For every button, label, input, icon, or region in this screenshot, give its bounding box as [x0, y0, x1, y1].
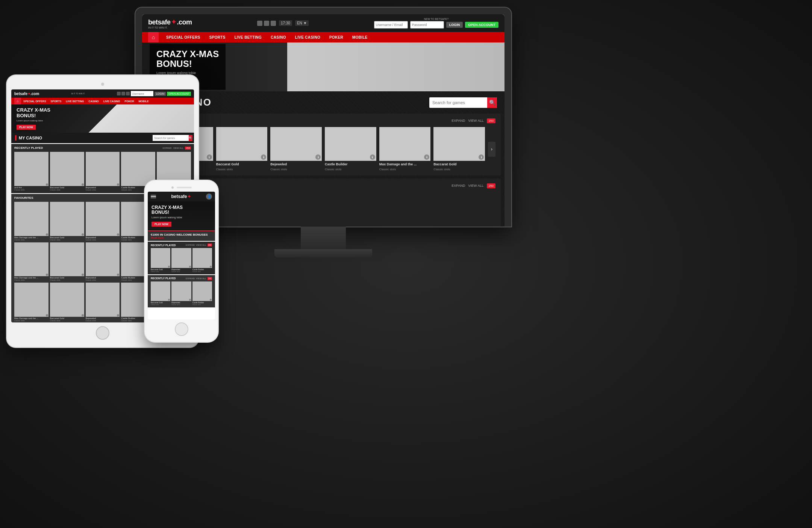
- tablet-game-thumb-1[interactable]: [50, 152, 84, 186]
- phone-game-thumb-1[interactable]: [171, 248, 191, 268]
- tablet-fav-thumb-2[interactable]: [86, 202, 120, 236]
- nav-poker[interactable]: POKER: [325, 32, 348, 42]
- tablet-nav-mobile[interactable]: MOBILE: [136, 100, 151, 103]
- tablet-fav-type-7: Classic slots: [86, 279, 120, 281]
- tablet-fav-thumb-10[interactable]: [14, 283, 48, 317]
- tablet-hero-subtitle: Lorem ipsum walong tobie: [17, 120, 50, 122]
- tablet-nav-casino[interactable]: CASINO: [86, 100, 101, 103]
- desktop-fav-view-all-link[interactable]: VIEW ALL: [468, 184, 484, 188]
- tablet-login-button[interactable]: LOGIN: [155, 92, 166, 96]
- tablet-view-all-link[interactable]: VIEW ALL: [173, 147, 183, 149]
- lang-selector[interactable]: EN ▼: [295, 20, 309, 26]
- game-info-icon-1[interactable]: ℹ: [261, 154, 266, 160]
- nav-mobile[interactable]: MOBILE: [348, 32, 372, 42]
- tablet-icon-3: [126, 92, 130, 95]
- phone-play-now-button[interactable]: PLAY NOW: [151, 222, 171, 227]
- tablet-logo: betsafe✦.com: [14, 92, 39, 96]
- game-info-icon-2[interactable]: ℹ: [315, 154, 321, 160]
- phone-speaker: [177, 187, 192, 188]
- tablet-fav-thumb-7[interactable]: [86, 242, 120, 277]
- tablet-fav-game-0: Max Damage and the ... Classic slots: [14, 202, 48, 241]
- tablet-fav-thumb-12[interactable]: [86, 283, 120, 317]
- game-type-2: Classic slots: [270, 168, 322, 171]
- game-info-icon-3[interactable]: ℹ: [370, 154, 375, 160]
- tablet-open-account-button[interactable]: OPEN ACCOUNT: [167, 92, 191, 96]
- tablet-search-input[interactable]: [153, 135, 189, 141]
- phone-read-more-link[interactable]: Read more: [151, 236, 212, 239]
- phone-view-all-link[interactable]: VIEW ALL: [196, 244, 206, 246]
- game-info-icon-5[interactable]: ℹ: [479, 154, 484, 160]
- tablet-nav-home[interactable]: ⌂: [14, 98, 21, 104]
- tablet-fav-thumb-1[interactable]: [50, 202, 84, 236]
- tablet-username-input[interactable]: [131, 91, 153, 96]
- tablet-expand-link[interactable]: EXPAND: [162, 147, 171, 149]
- hamburger-line-1: [151, 195, 156, 196]
- phone-hamburger-menu[interactable]: [151, 195, 156, 198]
- phone-s2-thumb-2[interactable]: [192, 281, 212, 301]
- desktop-expand-link[interactable]: EXPAND: [451, 119, 465, 123]
- phone-section-2-view-all[interactable]: VIEW ALL: [196, 277, 206, 280]
- tablet-fav-icon-5: [46, 274, 48, 276]
- game-info-icon-0[interactable]: ℹ: [207, 154, 212, 160]
- tablet-fav-thumb-5[interactable]: [14, 242, 48, 277]
- phone-section-2-expand[interactable]: EXPAND: [186, 277, 195, 280]
- game-name-1: Baccarat Gold: [216, 162, 268, 166]
- tablet-nav-sports[interactable]: SPORTS: [48, 100, 64, 103]
- phone-s2-icon-0: [168, 299, 170, 301]
- game-card-2: ℹ Bejeweled Classic slots: [270, 127, 322, 171]
- tablet-fav-thumb-0[interactable]: [14, 202, 48, 236]
- nav-sports[interactable]: SPORTS: [205, 32, 230, 42]
- tablet-home-button[interactable]: [96, 326, 109, 340]
- carousel-next-arrow[interactable]: ›: [488, 142, 495, 157]
- login-button[interactable]: LOGIN: [446, 22, 463, 28]
- game-thumb-1[interactable]: ℹ: [216, 127, 268, 161]
- phone-s2-thumb-0[interactable]: [151, 281, 170, 301]
- game-thumb-2[interactable]: ℹ: [270, 127, 322, 161]
- tablet-fav-type-10: Classic slots: [14, 319, 48, 322]
- tablet-fav-thumb-6[interactable]: [50, 242, 84, 277]
- phone-game-thumb-0[interactable]: [151, 248, 170, 268]
- tablet-count-badge: 250: [185, 147, 191, 150]
- tablet-nav-live-betting[interactable]: LIVE BETTING: [64, 100, 86, 103]
- phone-s2-icon-1: [189, 299, 191, 301]
- mail-icon: [271, 21, 276, 26]
- desktop-search-input[interactable]: [429, 100, 487, 105]
- game-thumb-4[interactable]: ℹ: [379, 127, 431, 161]
- phone-hero-title: CRAZY X-MAS BONUS!: [151, 205, 211, 215]
- logo-tagline: IN IT TO WIN IT.: [148, 26, 192, 29]
- tablet-game-2: Bejeweled Classic slots: [86, 152, 120, 191]
- tablet-fav-game-10: Max Damage and the ... Classic slots: [14, 283, 48, 322]
- nav-casino[interactable]: CASINO: [266, 32, 291, 42]
- phone-s2-thumb-1[interactable]: [171, 281, 191, 301]
- phone-user-icon[interactable]: 👤: [206, 194, 212, 200]
- tablet-fav-icon-0: [46, 233, 48, 236]
- phone-count-badge: 250: [208, 244, 212, 247]
- game-info-icon-4[interactable]: ℹ: [424, 154, 429, 160]
- desktop-search-button[interactable]: 🔍: [487, 97, 497, 108]
- phone-game-thumb-2[interactable]: [192, 248, 212, 268]
- game-thumb-5[interactable]: ℹ: [433, 127, 485, 161]
- username-input[interactable]: [374, 21, 408, 29]
- tablet-play-now-button[interactable]: PLAY NOW: [17, 125, 36, 130]
- tablet-game-thumb-2[interactable]: [86, 152, 120, 186]
- nav-live-casino[interactable]: LIVE CASINO: [291, 32, 325, 42]
- open-account-button[interactable]: OPEN ACCOUNT: [465, 22, 498, 28]
- tablet-nav-special-offers[interactable]: SPECIAL OFFERS: [21, 100, 48, 103]
- tablet-game-thumb-0[interactable]: [14, 152, 48, 186]
- tablet-search-button[interactable]: 🔍: [189, 135, 192, 141]
- tablet-hero-content: CRAZY X-MAS BONUS! Lorem ipsum walong to…: [17, 107, 50, 130]
- desktop-fav-expand-link[interactable]: EXPAND: [451, 184, 465, 188]
- nav-home-button[interactable]: ⌂: [148, 32, 159, 42]
- desktop-view-all-link[interactable]: VIEW ALL: [468, 119, 484, 123]
- tablet-nav: ⌂ SPECIAL OFFERS SPORTS LIVE BETTING CAS…: [11, 98, 194, 104]
- nav-special-offers[interactable]: SPECIAL OFFERS: [162, 32, 205, 42]
- password-input[interactable]: [410, 21, 444, 29]
- nav-live-betting[interactable]: LIVE BETTING: [230, 32, 267, 42]
- phone-home-button[interactable]: [175, 322, 188, 336]
- tablet-nav-poker[interactable]: POKER: [123, 100, 136, 103]
- tablet-nav-live-casino[interactable]: LIVE CASINO: [101, 100, 123, 103]
- phone-expand-link[interactable]: EXPAND: [186, 244, 195, 246]
- game-thumb-3[interactable]: ℹ: [325, 127, 376, 161]
- tablet-fav-thumb-11[interactable]: [50, 283, 84, 317]
- phone-game-icon-1: [189, 266, 191, 268]
